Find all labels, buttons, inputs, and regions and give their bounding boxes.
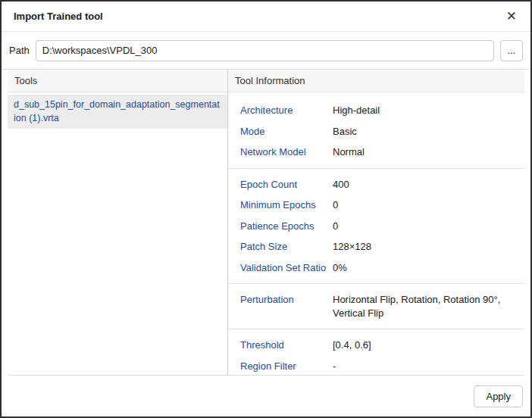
close-icon[interactable]: ✕ (505, 8, 518, 24)
info-label: Patience Epochs (240, 220, 333, 233)
group-separator (228, 329, 524, 329)
path-row: Path ... (2, 32, 530, 70)
info-label: Architecture (240, 104, 333, 117)
dialog-footer: Apply (2, 376, 530, 416)
apply-button[interactable]: Apply (474, 385, 523, 407)
info-value: Normal (333, 145, 517, 159)
dialog-titlebar: Import Trained tool ✕ (2, 2, 530, 32)
dialog-title: Import Trained tool (14, 11, 103, 22)
group-separator (228, 283, 524, 284)
info-row-network-model: Network Model Normal (228, 142, 524, 163)
info-label: Validation Set Ratio (240, 261, 333, 275)
info-label: Mode (240, 125, 333, 139)
info-row-mode: Mode Basic (228, 121, 524, 142)
info-row-perturbation: Perturbation Horizontal Flip, Rotation, … (228, 289, 524, 323)
info-value: 0 (333, 220, 517, 233)
browse-button[interactable]: ... (500, 40, 523, 61)
import-trained-tool-dialog: Import Trained tool ✕ Path ... Tools d_s… (0, 0, 532, 418)
info-value: Horizontal Flip, Rotation, Rotation 90°,… (333, 293, 517, 320)
panels-container: Tools d_sub_15pin_for_domain_adaptation_… (8, 70, 524, 376)
info-row-region-filter: Region Filter - (228, 356, 524, 375)
info-value: 0 (333, 198, 517, 212)
info-value: Basic (333, 125, 517, 139)
path-label: Path (9, 45, 30, 56)
info-label: Patch Size (240, 240, 333, 254)
info-row-threshold: Threshold [0.4, 0.6] (228, 335, 524, 356)
info-value: 400 (333, 178, 517, 192)
info-label: Region Filter (240, 360, 333, 373)
group-separator (228, 168, 524, 169)
info-value: - (333, 360, 517, 373)
info-row-patience-epochs: Patience Epochs 0 (228, 216, 524, 237)
info-label: Threshold (240, 338, 333, 352)
tool-information-panel: Tool Information Architecture High-detai… (228, 70, 524, 375)
tool-information-body: Architecture High-detail Mode Basic Netw… (228, 92, 524, 375)
info-value: 0% (333, 261, 517, 275)
info-row-epoch-count: Epoch Count 400 (228, 174, 524, 195)
info-row-patch-size: Patch Size 128×128 (228, 236, 524, 257)
info-label: Epoch Count (240, 178, 333, 192)
path-input[interactable] (36, 40, 494, 61)
info-row-minimum-epochs: Minimum Epochs 0 (228, 195, 524, 216)
info-value: [0.4, 0.6] (333, 338, 517, 352)
info-value: 128×128 (333, 240, 517, 254)
tool-list: d_sub_15pin_for_domain_adaptation_segmen… (8, 92, 227, 375)
info-row-validation-set-ratio: Validation Set Ratio 0% (228, 257, 524, 279)
info-value: High-detail (333, 104, 517, 117)
info-label: Minimum Epochs (240, 198, 333, 212)
info-label: Network Model (240, 145, 333, 159)
tool-information-header: Tool Information (228, 70, 524, 92)
tools-panel: Tools d_sub_15pin_for_domain_adaptation_… (8, 70, 228, 375)
tools-panel-header: Tools (8, 70, 227, 92)
tool-list-item[interactable]: d_sub_15pin_for_domain_adaptation_segmen… (8, 95, 227, 129)
info-label: Perturbation (240, 293, 333, 307)
info-row-architecture: Architecture High-detail (228, 100, 524, 121)
